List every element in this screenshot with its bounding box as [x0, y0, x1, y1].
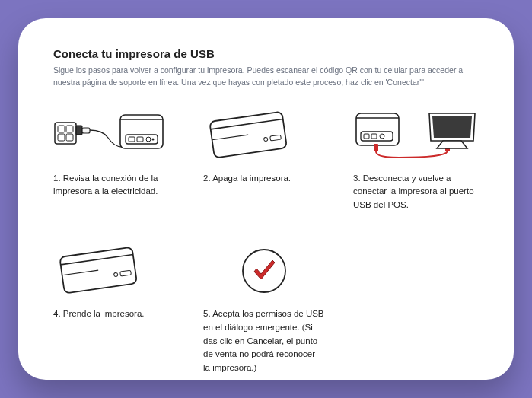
printer-power-illustration	[53, 107, 174, 164]
step-3: 3. Desconecta y vuelve a conectar la imp…	[353, 107, 479, 212]
svg-point-12	[152, 139, 155, 141]
svg-rect-13	[209, 112, 287, 158]
step-label: 4. Prende la impresora.	[53, 307, 174, 321]
printer-usb-pos-illustration	[353, 107, 479, 164]
svg-rect-4	[66, 134, 73, 141]
step-label: 2. Apaga la impresora.	[203, 172, 324, 186]
svg-rect-14	[270, 135, 282, 141]
svg-rect-24	[120, 271, 132, 277]
step-4: 4. Prende la impresora.	[53, 243, 174, 375]
printer-on-illustration	[53, 243, 174, 300]
svg-point-25	[113, 273, 118, 278]
step-label: 5. Acepta los permisos de USB en el diál…	[203, 307, 324, 375]
step-2: 2. Apaga la impresora.	[203, 107, 324, 212]
step-1: 1. Revisa la conexión de la impresora a …	[53, 107, 174, 212]
svg-point-11	[146, 137, 151, 142]
svg-point-15	[263, 137, 268, 142]
printer-off-illustration	[203, 107, 324, 164]
page-subtitle: Sigue los pasos para volver a configurar…	[53, 65, 479, 89]
svg-rect-18	[364, 134, 369, 139]
checkmark-illustration	[203, 243, 324, 300]
step-5: 5. Acepta los permisos de USB en el diál…	[203, 243, 324, 375]
svg-rect-21	[374, 144, 378, 151]
svg-point-20	[380, 134, 384, 139]
svg-rect-1	[58, 126, 65, 132]
svg-rect-3	[58, 134, 65, 141]
svg-rect-19	[371, 134, 377, 139]
svg-rect-2	[66, 126, 73, 132]
svg-rect-5	[76, 126, 82, 135]
page-title: Conecta tu impresora de USB	[53, 47, 479, 60]
svg-rect-10	[137, 137, 143, 142]
svg-rect-9	[129, 137, 135, 142]
instruction-card: Conecta tu impresora de USB Sigue los pa…	[18, 18, 514, 380]
step-label: 3. Desconecta y vuelve a conectar la imp…	[353, 172, 479, 212]
step-label: 1. Revisa la conexión de la impresora a …	[53, 172, 174, 199]
steps-grid: 1. Revisa la conexión de la impresora a …	[53, 107, 479, 376]
svg-rect-6	[82, 128, 90, 133]
